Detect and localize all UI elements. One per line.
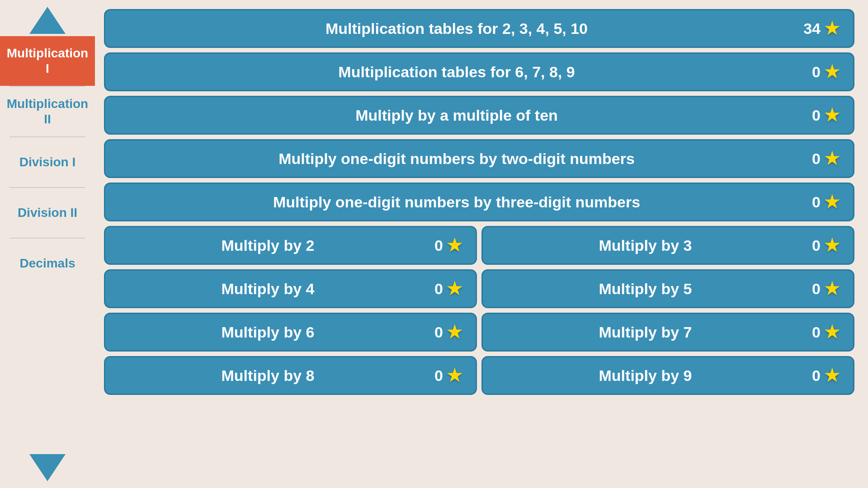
star-icon: ★: [824, 19, 840, 38]
star-icon: ★: [824, 235, 840, 255]
pair-row-0: Multiply by 2 0 ★ Multiply by 3 0 ★: [104, 226, 854, 265]
menu-item-multiply-by-4[interactable]: Multiply by 4 0 ★: [104, 269, 477, 308]
score-section: 0 ★: [794, 322, 840, 342]
menu-item-label: Multiply by 8: [119, 367, 417, 385]
star-icon: ★: [824, 105, 840, 125]
score-section: 0 ★: [794, 105, 840, 125]
score-section: 0 ★: [794, 366, 840, 385]
menu-item-label: Multiply by 5: [496, 280, 794, 298]
score-section: 0 ★: [417, 322, 462, 342]
menu-item-mult-tables-6-9[interactable]: Multiplication tables for 6, 7, 8, 9 0 ★: [104, 52, 854, 91]
menu-item-multiply-by-8[interactable]: Multiply by 8 0 ★: [104, 356, 477, 395]
star-icon: ★: [824, 366, 840, 385]
score-section: 0 ★: [417, 366, 462, 385]
pair-row-1: Multiply by 4 0 ★ Multiply by 5 0 ★: [104, 269, 854, 308]
star-icon: ★: [447, 322, 462, 342]
star-icon: ★: [824, 62, 840, 82]
menu-item-multiply-by-6[interactable]: Multiply by 6 0 ★: [104, 313, 477, 352]
menu-item-label: Multiply one-digit numbers by two-digit …: [119, 150, 794, 168]
menu-item-label: Multiplication tables for 6, 7, 8, 9: [119, 63, 794, 81]
main-content: Multiplication tables for 2, 3, 4, 5, 10…: [95, 0, 868, 488]
star-icon: ★: [824, 279, 840, 299]
score-value: 0: [434, 280, 443, 298]
menu-item-label: Multiply by 4: [119, 280, 417, 298]
sidebar-item-decimals[interactable]: Decimals: [0, 239, 95, 288]
sidebar-item-label: Decimals: [20, 256, 75, 271]
menu-item-multiply-by-9[interactable]: Multiply by 9 0 ★: [481, 356, 854, 395]
menu-item-label: Multiply by 2: [119, 237, 417, 254]
score-value: 0: [812, 237, 821, 254]
pair-row-2: Multiply by 6 0 ★ Multiply by 7 0 ★: [104, 313, 854, 352]
menu-item-mult-tables-2-5-10[interactable]: Multiplication tables for 2, 3, 4, 5, 10…: [104, 9, 854, 48]
sidebar: Multiplication I Multiplication II Divis…: [0, 0, 95, 488]
sidebar-item-multiplication-ii[interactable]: Multiplication II: [0, 87, 95, 136]
menu-item-label: Multiply one-digit numbers by three-digi…: [119, 193, 794, 211]
score-value: 0: [812, 63, 821, 81]
score-value: 0: [812, 324, 821, 341]
score-value: 0: [434, 367, 443, 385]
score-section: 0 ★: [417, 235, 462, 255]
score-value: 0: [434, 324, 443, 341]
sidebar-item-label: Multiplication II: [5, 96, 90, 127]
score-section: 0 ★: [794, 192, 840, 212]
menu-item-label: Multiply by a multiple of ten: [119, 107, 794, 124]
menu-item-multiply-one-three-digit[interactable]: Multiply one-digit numbers by three-digi…: [104, 183, 854, 221]
sidebar-item-division-i[interactable]: Division I: [0, 137, 95, 187]
score-value: 0: [434, 237, 443, 254]
menu-item-label: Multiply by 6: [119, 324, 417, 341]
score-value: 0: [812, 150, 821, 168]
score-section: 0 ★: [417, 279, 462, 299]
menu-item-multiply-multiple-ten[interactable]: Multiply by a multiple of ten 0 ★: [104, 96, 854, 135]
star-icon: ★: [824, 192, 840, 212]
menu-item-label: Multiplication tables for 2, 3, 4, 5, 10: [119, 20, 794, 38]
menu-item-label: Multiply by 9: [496, 367, 794, 385]
score-section: 0 ★: [794, 235, 840, 255]
sidebar-item-multiplication-i[interactable]: Multiplication I: [0, 36, 95, 86]
score-value: 34: [803, 20, 821, 38]
sidebar-items: Multiplication I Multiplication II Divis…: [0, 36, 95, 452]
star-icon: ★: [824, 322, 840, 342]
score-value: 0: [812, 280, 821, 298]
sidebar-item-label: Division I: [19, 155, 75, 170]
sidebar-item-label: Multiplication I: [5, 46, 90, 76]
score-value: 0: [812, 367, 821, 385]
scroll-up-button[interactable]: [29, 5, 66, 36]
menu-item-label: Multiply by 3: [496, 237, 794, 254]
score-section: 0 ★: [794, 62, 840, 82]
menu-item-multiply-one-two-digit[interactable]: Multiply one-digit numbers by two-digit …: [104, 139, 854, 178]
menu-item-multiply-by-2[interactable]: Multiply by 2 0 ★: [104, 226, 477, 265]
star-icon: ★: [447, 235, 462, 255]
menu-item-multiply-by-5[interactable]: Multiply by 5 0 ★: [481, 269, 854, 308]
scroll-down-button[interactable]: [29, 452, 66, 483]
score-section: 0 ★: [794, 279, 840, 299]
menu-item-multiply-by-3[interactable]: Multiply by 3 0 ★: [481, 226, 854, 265]
score-value: 0: [812, 193, 821, 211]
score-value: 0: [812, 107, 821, 124]
menu-item-multiply-by-7[interactable]: Multiply by 7 0 ★: [481, 313, 854, 352]
sidebar-item-label: Division II: [18, 205, 77, 221]
arrow-up-icon: [29, 7, 66, 34]
star-icon: ★: [447, 366, 462, 385]
arrow-down-icon: [29, 454, 66, 481]
star-icon: ★: [447, 279, 462, 299]
pair-row-3: Multiply by 8 0 ★ Multiply by 9 0 ★: [104, 356, 854, 395]
star-icon: ★: [824, 149, 840, 169]
score-section: 0 ★: [794, 149, 840, 169]
score-section: 34 ★: [794, 19, 840, 38]
menu-item-label: Multiply by 7: [496, 324, 794, 341]
sidebar-item-division-ii[interactable]: Division II: [0, 188, 95, 238]
